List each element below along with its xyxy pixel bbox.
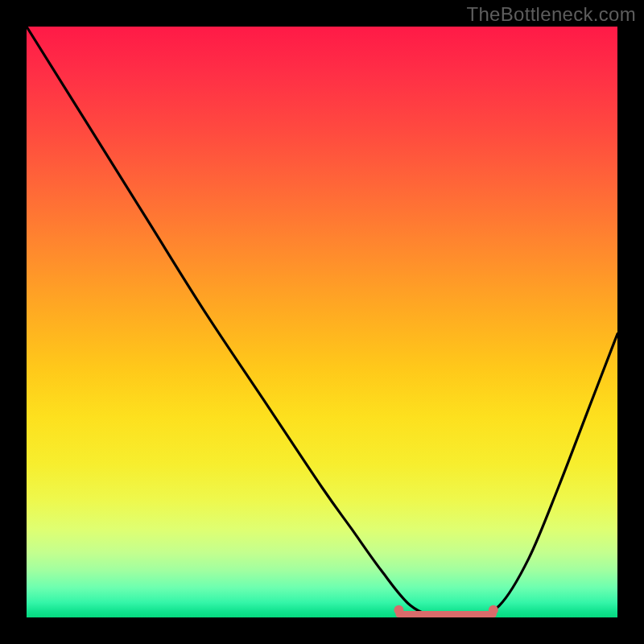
flat-endpoint-dot [489,605,498,615]
plot-area [27,27,617,617]
flat-endpoint-dot [394,605,403,615]
chart-frame: TheBottleneck.com [0,0,644,644]
curve-svg [27,27,617,617]
watermark-text: TheBottleneck.com [466,3,636,26]
bottleneck-curve [27,27,617,619]
